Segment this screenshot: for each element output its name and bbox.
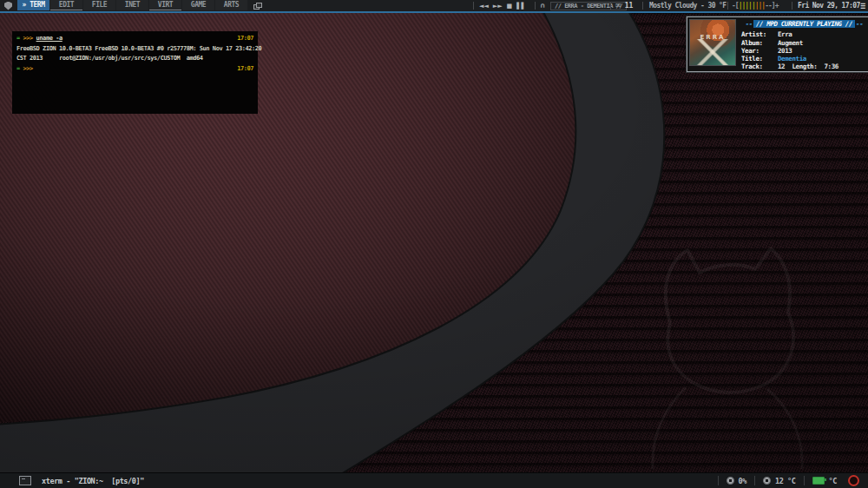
mpd-year-value: 2013 [778, 47, 792, 55]
mpd-track-label: Track: [741, 63, 778, 70]
mpd-album-value: Augment [778, 39, 803, 47]
temperature-monitor: 12 °C [754, 476, 804, 485]
mpd-header-dash: -- [856, 20, 863, 28]
weather-status: Mostly Cloudy - 30 °F [649, 2, 727, 10]
gear-icon [763, 477, 771, 485]
prompt-time: 17:07 [237, 64, 253, 75]
cat-watermark-icon [653, 248, 802, 469]
mpd-year-row: Year:2013 [741, 47, 867, 55]
now-playing-text: // ERRA - DEMENTIA // [555, 3, 622, 10]
prompt-symbol: = [16, 65, 20, 72]
tab-arts-label: ARTS [224, 1, 239, 9]
tab-game[interactable]: GAME [182, 0, 214, 10]
mail-count: 11 [625, 2, 634, 10]
power-button-icon[interactable] [848, 475, 859, 486]
mail-indicator[interactable]: ✉ 11 [615, 2, 633, 10]
menu-icon[interactable]: ≡ [860, 0, 865, 11]
pause-button[interactable]: ▌▌ [516, 3, 526, 10]
mail-icon: ✉ [615, 2, 621, 10]
volume-bars-low: ||| [755, 2, 765, 10]
xterm-window[interactable]: = >>> uname -a 17:07 FreeBSD ZION 10.0-B… [12, 31, 258, 114]
mpd-title-value: Dementia [778, 55, 806, 63]
volume-prefix: -[ [732, 2, 739, 10]
tab-file-label: FILE [92, 1, 107, 9]
terminal-prompt-line: = >>> uname -a 17:07 [16, 34, 253, 44]
temperature-value: 12 °C [775, 477, 796, 485]
tab-term[interactable]: » TERM [17, 0, 49, 10]
mpd-track-row: Track:12 Length: 7:36 [741, 63, 867, 70]
mpd-title-label: Title: [741, 55, 778, 63]
tab-game-label: GAME [191, 1, 206, 9]
separator [642, 2, 643, 10]
mpd-artist-value: Erra [778, 30, 792, 38]
cpu-monitor: 0% [718, 476, 754, 485]
tab-inet[interactable]: INET [116, 0, 148, 10]
tab-edit-label: EDIT [59, 1, 74, 9]
cpu-value: 0% [739, 477, 746, 485]
battery-icon [812, 477, 825, 485]
tab-inet-label: INET [125, 1, 140, 9]
mpd-now-playing-widget: ERRA --// MPD CURRENTLY PLAYING //-- Art… [687, 16, 868, 72]
tab-edit[interactable]: EDIT [50, 0, 82, 10]
volume-suffix: ]+ [772, 2, 779, 10]
forward-button[interactable]: ►► [493, 3, 503, 10]
bottom-panel: xterm - "ZION:~ [pts/0]" 0% 12 °C °C [0, 472, 868, 488]
mpd-album-label: Album: [741, 39, 778, 47]
prompt-arrows: >>> [23, 35, 33, 42]
system-tray: 0% 12 °C °C [718, 473, 868, 488]
album-art-band-text: ERRA [690, 34, 735, 41]
mpd-track-value: 12 Length: 7:36 [778, 63, 838, 70]
terminal-icon [19, 476, 31, 485]
separator [792, 2, 792, 10]
tab-file[interactable]: FILE [83, 0, 115, 10]
mpd-album-row: Album:Augment [741, 39, 867, 47]
volume-empty: -- [765, 2, 772, 10]
prompt-time: 17:07 [237, 34, 253, 44]
mpd-header: --// MPD CURRENTLY PLAYING //-- [741, 20, 867, 28]
terminal-prompt-line: = >>> 17:07 [16, 64, 253, 75]
prompt-arrows: >>> [23, 65, 33, 72]
mpd-header-dash: -- [746, 20, 753, 28]
separator [535, 2, 536, 10]
gear-icon [727, 477, 734, 485]
mpd-year-label: Year: [741, 47, 778, 55]
mpd-header-title: // MPD CURRENTLY PLAYING // [753, 20, 855, 28]
rewind-button[interactable]: ◄◄ [479, 3, 489, 10]
tab-virt-label: VIRT [158, 1, 173, 9]
wm-logo-icon[interactable] [4, 2, 12, 10]
mpd-artist-label: Artist: [741, 30, 778, 38]
desktop-pager-tabs: » TERM EDIT FILE INET VIRT GAME ARTS [17, 0, 248, 11]
album-art: ERRA [689, 19, 736, 66]
separator [610, 2, 611, 10]
desktop: » TERM EDIT FILE INET VIRT GAME ARTS ◄◄ … [0, 0, 868, 488]
tab-term-prefix: » [23, 1, 30, 9]
battery-monitor: °C [804, 476, 845, 485]
media-controls: ◄◄ ►► ■ ▌▌ [479, 3, 526, 10]
window-list-icon[interactable] [253, 3, 261, 10]
mpd-info: --// MPD CURRENTLY PLAYING //-- Artist:E… [736, 19, 867, 69]
tab-term-label: TERM [30, 1, 44, 9]
stop-button[interactable]: ■ [507, 3, 513, 10]
separator [473, 2, 474, 10]
top-panel: » TERM EDIT FILE INET VIRT GAME ARTS ◄◄ … [0, 0, 868, 13]
volume-bars-high: ||||| [739, 2, 755, 10]
taskbar-window-button[interactable]: xterm - "ZION:~ [pts/0]" [42, 477, 144, 485]
tab-arts[interactable]: ARTS [215, 0, 247, 10]
battery-temp-value: °C [829, 477, 837, 485]
mpd-artist-row: Artist:Erra [741, 30, 867, 38]
mpd-title-row: Title:Dementia [741, 55, 867, 63]
terminal-command: uname -a [36, 35, 62, 42]
headphones-icon: ∩ [540, 2, 546, 10]
prompt-symbol: = [16, 35, 20, 42]
separator [727, 2, 728, 10]
clock: Fri Nov 29, 17:07 [798, 2, 860, 10]
terminal-output-line: FreeBSD ZION 10.0-BETA3 FreeBSD 10.0-BET… [16, 44, 253, 55]
volume-meter[interactable]: -[||||||||--]+ [732, 2, 778, 10]
tab-virt[interactable]: VIRT [149, 0, 181, 10]
terminal-output-line: CST 2013 root@ZION:/usr/obj/usr/src/sys/… [16, 54, 253, 64]
